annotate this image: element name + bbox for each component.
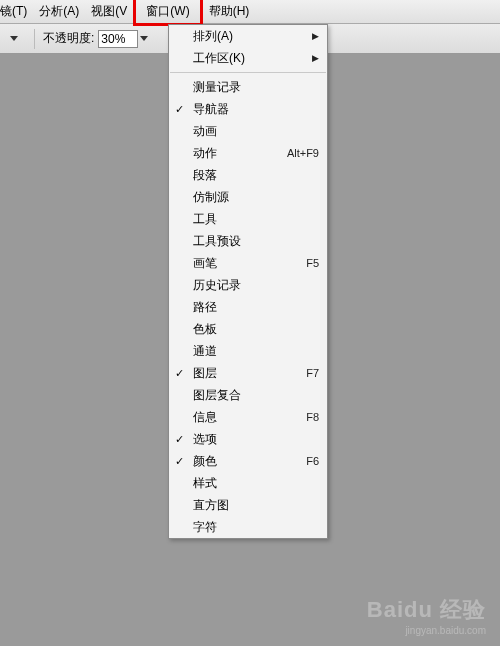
menu-item[interactable]: 动作Alt+F9 bbox=[169, 142, 327, 164]
submenu-arrow-icon: ▶ bbox=[312, 31, 319, 41]
check-icon: ✓ bbox=[175, 455, 184, 468]
menu-item-shortcut: F7 bbox=[306, 367, 319, 379]
menu-item[interactable]: 画笔F5 bbox=[169, 252, 327, 274]
opacity-input[interactable]: 30% bbox=[98, 30, 138, 48]
menu-item-shortcut: F5 bbox=[306, 257, 319, 269]
menu-item[interactable]: 工具 bbox=[169, 208, 327, 230]
menu-item[interactable]: 路径 bbox=[169, 296, 327, 318]
menu-item-label: 画笔 bbox=[193, 255, 306, 272]
menu-item-label: 图层复合 bbox=[193, 387, 319, 404]
menu-item-label: 动作 bbox=[193, 145, 287, 162]
menu-separator bbox=[170, 72, 326, 73]
check-icon: ✓ bbox=[175, 367, 184, 380]
menu-item[interactable]: 排列(A)▶ bbox=[169, 25, 327, 47]
menu-item[interactable]: 字符 bbox=[169, 516, 327, 538]
menubar: 镜(T) 分析(A) 视图(V 窗口(W) 帮助(H) bbox=[0, 0, 500, 24]
submenu-arrow-icon: ▶ bbox=[312, 53, 319, 63]
menu-filter[interactable]: 镜(T) bbox=[0, 0, 33, 23]
chevron-down-icon[interactable] bbox=[10, 36, 18, 41]
menu-item-label: 信息 bbox=[193, 409, 306, 426]
menu-item-shortcut: F6 bbox=[306, 455, 319, 467]
menu-help[interactable]: 帮助(H) bbox=[203, 0, 256, 23]
menu-item[interactable]: 动画 bbox=[169, 120, 327, 142]
menu-item[interactable]: 仿制源 bbox=[169, 186, 327, 208]
menu-window[interactable]: 窗口(W) bbox=[133, 0, 202, 26]
menu-item-label: 工作区(K) bbox=[193, 50, 312, 67]
menu-item[interactable]: ✓颜色F6 bbox=[169, 450, 327, 472]
window-menu-dropdown: 排列(A)▶工作区(K)▶测量记录✓导航器动画动作Alt+F9段落仿制源工具工具… bbox=[168, 24, 328, 539]
menu-item-label: 色板 bbox=[193, 321, 319, 338]
menu-item-label: 颜色 bbox=[193, 453, 306, 470]
separator bbox=[34, 29, 35, 49]
chevron-down-icon[interactable] bbox=[140, 36, 148, 41]
menu-item[interactable]: 测量记录 bbox=[169, 76, 327, 98]
menu-item[interactable]: 直方图 bbox=[169, 494, 327, 516]
menu-item-label: 工具预设 bbox=[193, 233, 319, 250]
menu-item-label: 仿制源 bbox=[193, 189, 319, 206]
menu-item[interactable]: 样式 bbox=[169, 472, 327, 494]
menu-item[interactable]: 色板 bbox=[169, 318, 327, 340]
menu-item-label: 工具 bbox=[193, 211, 319, 228]
menu-item[interactable]: 段落 bbox=[169, 164, 327, 186]
menu-item[interactable]: ✓导航器 bbox=[169, 98, 327, 120]
menu-item[interactable]: 图层复合 bbox=[169, 384, 327, 406]
menu-item-label: 选项 bbox=[193, 431, 319, 448]
menu-item[interactable]: 历史记录 bbox=[169, 274, 327, 296]
menu-item-label: 路径 bbox=[193, 299, 319, 316]
menu-item[interactable]: ✓图层F7 bbox=[169, 362, 327, 384]
menu-item-label: 排列(A) bbox=[193, 28, 312, 45]
menu-analysis[interactable]: 分析(A) bbox=[33, 0, 85, 23]
menu-view[interactable]: 视图(V bbox=[85, 0, 133, 23]
menu-item[interactable]: 通道 bbox=[169, 340, 327, 362]
check-icon: ✓ bbox=[175, 103, 184, 116]
menu-item-label: 段落 bbox=[193, 167, 319, 184]
menu-item-label: 动画 bbox=[193, 123, 319, 140]
menu-item-label: 直方图 bbox=[193, 497, 319, 514]
menu-item-label: 通道 bbox=[193, 343, 319, 360]
menu-item[interactable]: 工作区(K)▶ bbox=[169, 47, 327, 69]
menu-item-label: 图层 bbox=[193, 365, 306, 382]
menu-item[interactable]: 工具预设 bbox=[169, 230, 327, 252]
opacity-label: 不透明度: bbox=[43, 30, 94, 47]
menu-item-label: 样式 bbox=[193, 475, 319, 492]
menu-item[interactable]: 信息F8 bbox=[169, 406, 327, 428]
menu-item-shortcut: Alt+F9 bbox=[287, 147, 319, 159]
menu-item-label: 导航器 bbox=[193, 101, 319, 118]
menu-item-label: 测量记录 bbox=[193, 79, 319, 96]
check-icon: ✓ bbox=[175, 433, 184, 446]
menu-item-label: 历史记录 bbox=[193, 277, 319, 294]
menu-item-label: 字符 bbox=[193, 519, 319, 536]
menu-item-shortcut: F8 bbox=[306, 411, 319, 423]
menu-item[interactable]: ✓选项 bbox=[169, 428, 327, 450]
